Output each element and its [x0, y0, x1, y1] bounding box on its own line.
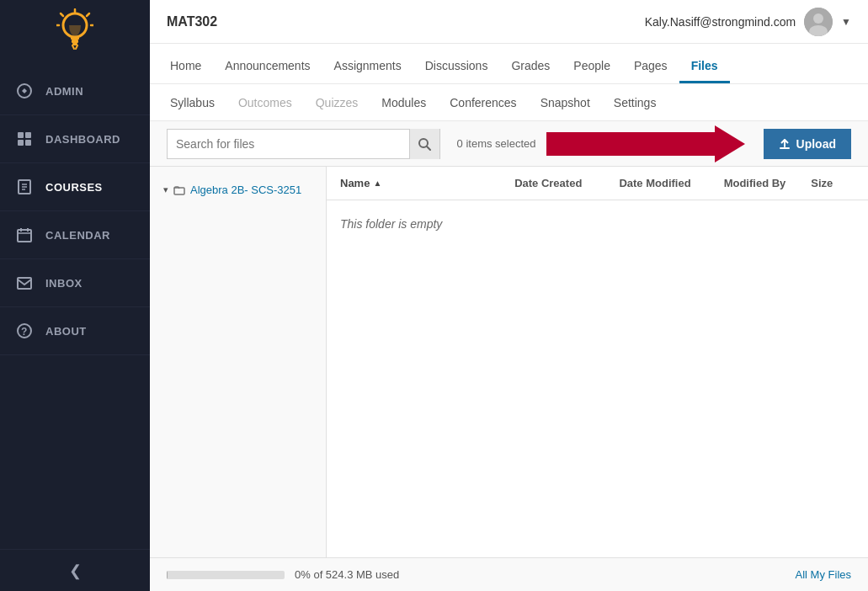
- storage-used-text: 0% of 524.3 MB used: [295, 568, 399, 581]
- upload-icon: [779, 138, 791, 150]
- tab-announcements[interactable]: Announcements: [213, 51, 322, 83]
- svg-line-10: [76, 45, 77, 49]
- svg-line-31: [427, 146, 430, 150]
- tab-outcomes: Outcomes: [226, 88, 304, 120]
- sidebar-item-label: ABOUT: [45, 325, 87, 338]
- tab-discussions[interactable]: Discussions: [413, 51, 500, 83]
- svg-rect-12: [18, 132, 24, 138]
- column-name: Name ▲: [340, 177, 514, 189]
- svg-line-2: [61, 13, 63, 16]
- column-date-modified: Date Modified: [619, 177, 723, 189]
- search-button[interactable]: [409, 129, 439, 159]
- empty-folder-message: This folder is empty: [327, 200, 868, 248]
- sidebar-item-label: CALENDAR: [45, 229, 110, 242]
- sidebar-item-dashboard[interactable]: DASHBOARD: [0, 115, 150, 163]
- tab-files[interactable]: Files: [679, 51, 730, 83]
- dashboard-icon: [15, 130, 34, 148]
- storage-progress-fill: [167, 571, 168, 579]
- files-sidebar: ▾ Algebra 2B- SCS-3251: [150, 167, 327, 557]
- search-icon: [418, 137, 431, 151]
- files-content-area: 0 items selected Upload: [150, 121, 868, 591]
- tab-conferences[interactable]: Conferences: [438, 88, 528, 120]
- collapse-icon: ❮: [69, 562, 82, 580]
- svg-rect-20: [18, 230, 31, 242]
- primary-nav: Home Announcements Assignments Discussio…: [150, 44, 868, 84]
- svg-rect-7: [72, 40, 78, 43]
- sidebar-navigation: ADMIN DASHBOARD: [0, 67, 150, 591]
- tab-people[interactable]: People: [562, 51, 622, 83]
- tag-icon: [15, 82, 34, 100]
- tab-grades[interactable]: Grades: [499, 51, 562, 83]
- svg-rect-24: [18, 278, 31, 289]
- storage-progress-bar: [167, 571, 285, 579]
- storage-bar: 0% of 524.3 MB used All My Files: [150, 557, 868, 591]
- items-selected-count: 0 items selected: [457, 137, 536, 150]
- tab-quizzes: Quizzes: [304, 88, 370, 120]
- column-date-created: Date Created: [514, 177, 619, 189]
- sidebar-item-label: DASHBOARD: [45, 133, 120, 146]
- column-size: Size: [811, 177, 855, 189]
- all-my-files-link[interactable]: All My Files: [796, 568, 851, 581]
- svg-line-9: [72, 45, 74, 49]
- tab-settings[interactable]: Settings: [602, 88, 668, 120]
- svg-text:?: ?: [21, 326, 28, 338]
- svg-point-28: [813, 13, 823, 24]
- sidebar-item-calendar[interactable]: CALENDAR: [0, 211, 150, 259]
- search-input[interactable]: [168, 130, 409, 158]
- book-icon: [15, 178, 34, 196]
- svg-line-3: [87, 13, 89, 16]
- arrow-body: [546, 132, 715, 156]
- folder-icon: [173, 184, 185, 196]
- storage-info: 0% of 524.3 MB used: [167, 568, 399, 581]
- sidebar: ADMIN DASHBOARD: [0, 0, 150, 591]
- svg-rect-6: [71, 36, 79, 40]
- course-title: MAT302: [167, 14, 217, 29]
- tab-snapshot[interactable]: Snapshot: [529, 88, 602, 120]
- user-email: Kaly.Nasiff@strongmind.com: [645, 15, 796, 29]
- folder-toggle-icon: ▾: [163, 184, 168, 195]
- sidebar-item-inbox[interactable]: INBOX: [0, 259, 150, 307]
- sidebar-logo: [0, 0, 150, 67]
- search-box: [167, 129, 440, 159]
- folder-name: Algebra 2B- SCS-3251: [190, 184, 301, 196]
- calendar-icon: [15, 226, 34, 244]
- red-arrow: [546, 125, 745, 162]
- svg-rect-34: [174, 188, 184, 194]
- sidebar-collapse-button[interactable]: ❮: [0, 549, 150, 591]
- top-header: MAT302 Kaly.Nasiff@strongmind.com ▼: [150, 0, 868, 44]
- sidebar-item-courses[interactable]: COURSES: [0, 163, 150, 211]
- tab-assignments[interactable]: Assignments: [322, 51, 413, 83]
- column-modified-by: Modified By: [724, 177, 812, 189]
- sort-arrow-icon: ▲: [373, 178, 381, 188]
- upload-button[interactable]: Upload: [764, 129, 851, 159]
- tab-home[interactable]: Home: [158, 51, 213, 83]
- arrow-head: [715, 125, 745, 162]
- files-table-area: Name ▲ Date Created Date Modified Modifi…: [327, 167, 868, 557]
- folder-svg-icon: [173, 184, 185, 196]
- main-content: MAT302 Kaly.Nasiff@strongmind.com ▼ Home…: [150, 0, 868, 591]
- avatar: [804, 8, 833, 36]
- sidebar-item-label: COURSES: [45, 181, 103, 194]
- svg-rect-13: [25, 132, 31, 138]
- logo-icon: [56, 8, 93, 59]
- tab-syllabus[interactable]: Syllabus: [158, 88, 226, 120]
- sidebar-item-about[interactable]: ? ABOUT: [0, 307, 150, 355]
- svg-rect-15: [25, 140, 31, 146]
- user-menu[interactable]: Kaly.Nasiff@strongmind.com ▼: [645, 8, 851, 36]
- tab-modules[interactable]: Modules: [370, 88, 438, 120]
- arrow-annotation: [546, 125, 754, 162]
- files-table-header: Name ▲ Date Created Date Modified Modifi…: [327, 167, 868, 200]
- svg-rect-8: [72, 43, 77, 45]
- sidebar-item-admin[interactable]: ADMIN: [0, 67, 150, 115]
- tab-pages[interactable]: Pages: [622, 51, 679, 83]
- folder-item[interactable]: ▾ Algebra 2B- SCS-3251: [150, 178, 326, 201]
- inbox-icon: [15, 274, 34, 292]
- files-toolbar: 0 items selected Upload: [150, 121, 868, 167]
- about-icon: ?: [15, 322, 34, 340]
- svg-rect-14: [18, 140, 24, 146]
- chevron-down-icon: ▼: [841, 16, 851, 28]
- files-main: ▾ Algebra 2B- SCS-3251 Name ▲: [150, 167, 868, 557]
- sidebar-item-label: INBOX: [45, 277, 83, 290]
- secondary-nav: Syllabus Outcomes Quizzes Modules Confer…: [150, 84, 868, 121]
- sidebar-item-label: ADMIN: [45, 85, 83, 98]
